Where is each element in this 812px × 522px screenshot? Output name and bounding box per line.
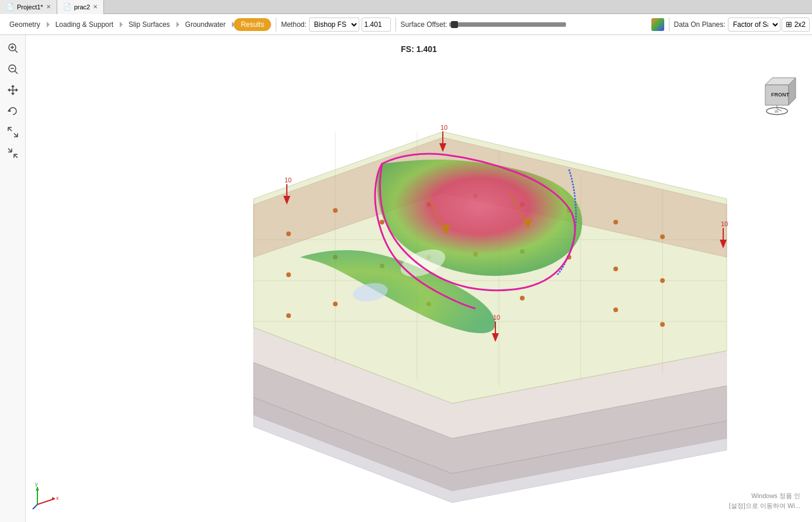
svg-marker-11 <box>8 88 10 92</box>
factor-saf-select[interactable]: Factor of Saf <box>728 18 780 32</box>
svg-text:10: 10 <box>721 220 728 227</box>
svg-point-57 <box>333 302 338 306</box>
svg-point-45 <box>613 220 618 224</box>
nav-cube[interactable]: FRONT W <box>754 70 800 117</box>
svg-line-17 <box>14 133 18 137</box>
pan-icon <box>7 84 19 96</box>
zoom-fit-button[interactable] <box>5 40 21 56</box>
main-area: FS: 1.401 <box>0 35 812 522</box>
svg-text:W: W <box>775 109 779 113</box>
watermark-line2: [설정]으로 이동하여 Wi... <box>729 501 800 511</box>
left-toolbar <box>0 35 26 522</box>
svg-text:10: 10 <box>284 177 292 184</box>
nav-groundwater[interactable]: Groundwater <box>178 18 233 31</box>
sep2 <box>395 18 396 32</box>
svg-point-47 <box>286 272 291 277</box>
svg-line-1 <box>15 50 18 53</box>
svg-point-39 <box>333 208 338 213</box>
surface-offset-thumb <box>451 21 458 28</box>
windows-watermark: Windows 정품 인 [설정]으로 이동하여 Wi... <box>729 491 800 510</box>
tab-icon-project1: 📄 <box>6 3 14 11</box>
axis-svg: x y <box>32 481 61 510</box>
nav-results[interactable]: Results <box>234 18 271 31</box>
tab-close-project1[interactable]: ✕ <box>46 4 51 10</box>
zoom-in-icon <box>7 63 19 75</box>
color-cube-button[interactable] <box>651 18 664 31</box>
watermark-line1: Windows 정품 인 <box>729 491 800 501</box>
svg-text:y: y <box>35 481 38 487</box>
data-on-planes-group: Data On Planes: Factor of Saf <box>674 18 780 32</box>
title-bar: 📄 Project1* ✕ 📄 prac2 ✕ <box>0 0 812 14</box>
svg-line-96 <box>33 504 37 509</box>
zoom-fit-icon <box>7 42 19 54</box>
rotate-button[interactable] <box>5 103 21 119</box>
axis-indicator: x y <box>32 481 55 504</box>
svg-text:10: 10 <box>493 314 500 321</box>
tab-icon-prac2: 📄 <box>63 3 71 11</box>
svg-marker-91 <box>51 497 55 500</box>
method-label: Method: <box>281 20 306 29</box>
svg-point-54 <box>613 267 618 271</box>
surface-offset-group: Surface Offset: <box>401 20 650 29</box>
3d-scene: 10 10 10 10 <box>26 35 812 522</box>
nav-geometry[interactable]: Geometry <box>2 18 47 31</box>
svg-text:FRONT: FRONT <box>771 92 789 98</box>
zoom-in-button[interactable] <box>5 61 21 77</box>
grid-select[interactable]: ⊞ 2x2 <box>782 18 810 32</box>
svg-line-20 <box>8 148 12 152</box>
fs-value-input[interactable] <box>362 18 391 32</box>
surface-offset-label: Surface Offset: <box>401 20 447 29</box>
tab-project1[interactable]: 📄 Project1* ✕ <box>0 0 57 14</box>
svg-marker-12 <box>16 88 18 92</box>
svg-point-40 <box>380 220 384 224</box>
svg-text:10: 10 <box>440 124 447 131</box>
viewport[interactable]: FS: 1.401 <box>26 35 812 522</box>
tab-prac2[interactable]: 📄 prac2 ✕ <box>57 0 105 14</box>
svg-marker-13 <box>8 109 11 112</box>
grid-label: 2x2 <box>794 20 806 29</box>
tab-label-project1: Project1* <box>17 4 43 11</box>
svg-line-23 <box>14 154 18 158</box>
nav-loading-support[interactable]: Loading & Support <box>48 18 120 31</box>
tab-close-prac2[interactable]: ✕ <box>93 4 98 10</box>
expand-button[interactable] <box>5 124 21 140</box>
svg-point-46 <box>660 234 665 239</box>
svg-marker-10 <box>11 93 15 95</box>
nav-slip-surfaces[interactable]: Slip Surfaces <box>122 18 177 31</box>
svg-point-59 <box>520 296 525 300</box>
grid-icon: ⊞ <box>786 20 792 29</box>
svg-line-14 <box>8 127 12 131</box>
data-on-planes-label: Data On Planes: <box>674 20 726 29</box>
nav-cube-svg: FRONT W <box>754 70 800 117</box>
svg-marker-94 <box>36 487 39 490</box>
sep1 <box>276 18 276 32</box>
method-select[interactable]: Bishop FS <box>309 18 359 32</box>
svg-point-38 <box>286 231 291 236</box>
svg-text:x: x <box>56 495 59 501</box>
navigation-toolbar: Geometry Loading & Support Slip Surfaces… <box>0 14 812 35</box>
svg-point-60 <box>613 307 618 312</box>
pan-button[interactable] <box>5 82 21 98</box>
method-group: Method: Bishop FS <box>281 18 390 32</box>
expand-icon <box>7 126 19 138</box>
svg-marker-9 <box>11 85 15 87</box>
rotate-icon <box>7 105 19 117</box>
svg-point-56 <box>286 313 291 318</box>
collapse-icon <box>7 147 19 159</box>
svg-point-55 <box>660 278 665 283</box>
surface-offset-slider[interactable] <box>449 22 566 27</box>
sep3 <box>669 18 669 32</box>
svg-line-5 <box>15 71 18 74</box>
tab-label-prac2: prac2 <box>74 4 91 11</box>
svg-point-61 <box>660 322 665 327</box>
collapse-button[interactable] <box>5 145 21 161</box>
